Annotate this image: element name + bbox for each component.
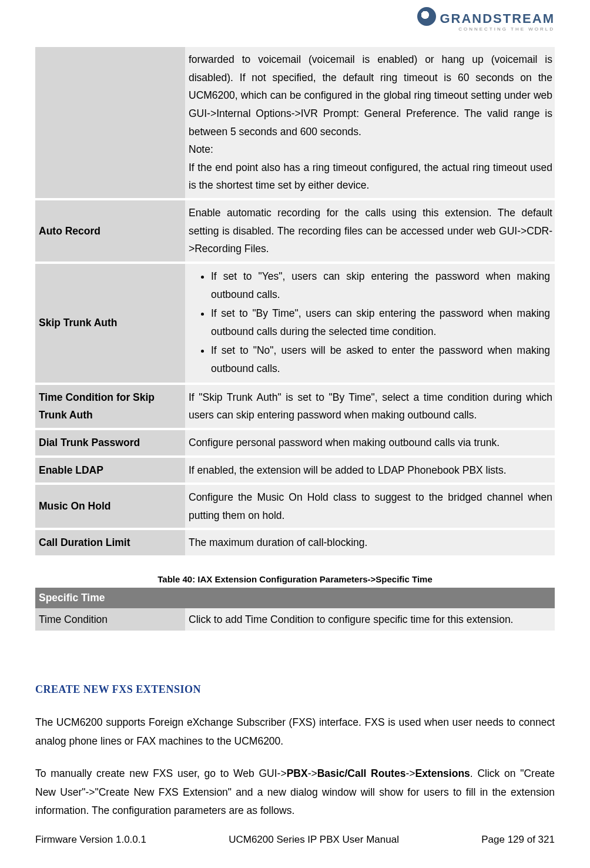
list-item: If set to "By Time", users can skip ente… (211, 304, 552, 340)
param-desc: Click to add Time Condition to configure… (185, 608, 555, 631)
param-desc: Configure the Music On Hold class to sug… (185, 484, 555, 529)
param-label: Dial Trunk Password (35, 429, 185, 457)
param-label: Call Duration Limit (35, 529, 185, 557)
bullet-list: If set to "Yes", users can skip entering… (189, 267, 552, 378)
footer-page: Page 129 of 321 (481, 834, 555, 846)
table-caption: Table 40: IAX Extension Configuration Pa… (35, 574, 555, 584)
logo-brand-text: GRANDSTREAM (417, 7, 555, 26)
table-row: Time Condition Click to add Time Conditi… (35, 608, 555, 631)
table-row: Enable LDAP If enabled, the extension wi… (35, 457, 555, 484)
list-item: If set to "No", users will be asked to e… (211, 341, 552, 377)
table-header: Specific Time (35, 588, 555, 608)
table-header-row: Specific Time (35, 588, 555, 608)
body-paragraph: The UCM6200 supports Foreign eXchange Su… (35, 713, 555, 750)
text-span: To manually create new FXS user, go to W… (35, 768, 287, 779)
table-row: Dial Trunk Password Configure personal p… (35, 429, 555, 457)
list-item: If set to "Yes", users can skip entering… (211, 267, 552, 303)
table-row: Music On Hold Configure the Music On Hol… (35, 484, 555, 529)
brand-logo: GRANDSTREAM CONNECTING THE WORLD (417, 7, 555, 32)
parameter-table-1: forwarded to voicemail (voicemail is ena… (35, 47, 555, 558)
bold-text: PBX (287, 768, 308, 779)
bold-text: Extensions (415, 768, 470, 779)
param-desc: The maximum duration of call-blocking. (185, 529, 555, 557)
page-content: forwarded to voicemail (voicemail is ena… (35, 0, 555, 820)
table-row: Skip Trunk Auth If set to "Yes", users c… (35, 263, 555, 384)
table-row: Auto Record Enable automatic recording f… (35, 199, 555, 263)
param-label: Skip Trunk Auth (35, 263, 185, 384)
table-row: forwarded to voicemail (voicemail is ena… (35, 47, 555, 199)
footer-version: Firmware Version 1.0.0.1 (35, 834, 146, 846)
param-label (35, 47, 185, 199)
param-desc: Enable automatic recording for the calls… (185, 199, 555, 263)
footer-title: UCM6200 Series IP PBX User Manual (229, 834, 399, 846)
page-footer: Firmware Version 1.0.0.1 UCM6200 Series … (35, 834, 555, 846)
param-desc: If set to "Yes", users can skip entering… (185, 263, 555, 384)
param-desc: If "Skip Trunk Auth" is set to "By Time"… (185, 384, 555, 429)
text-span: -> (308, 768, 317, 779)
param-desc: Configure personal password when making … (185, 429, 555, 457)
parameter-table-2: Specific Time Time Condition Click to ad… (35, 588, 555, 631)
param-label: Auto Record (35, 199, 185, 263)
section-heading: CREATE NEW FXS EXTENSION (35, 683, 555, 696)
table-row: Call Duration Limit The maximum duration… (35, 529, 555, 557)
param-label: Time Condition for Skip Trunk Auth (35, 384, 185, 429)
param-label: Music On Hold (35, 484, 185, 529)
bold-text: Basic/Call Routes (317, 768, 406, 779)
param-label: Time Condition (35, 608, 185, 631)
param-desc: If enabled, the extension will be added … (185, 457, 555, 484)
text-span: -> (405, 768, 415, 779)
param-desc: forwarded to voicemail (voicemail is ena… (185, 47, 555, 199)
param-label: Enable LDAP (35, 457, 185, 484)
logo-tagline: CONNECTING THE WORLD (417, 26, 555, 32)
table-row: Time Condition for Skip Trunk Auth If "S… (35, 384, 555, 429)
body-paragraph: To manually create new FXS user, go to W… (35, 765, 555, 820)
